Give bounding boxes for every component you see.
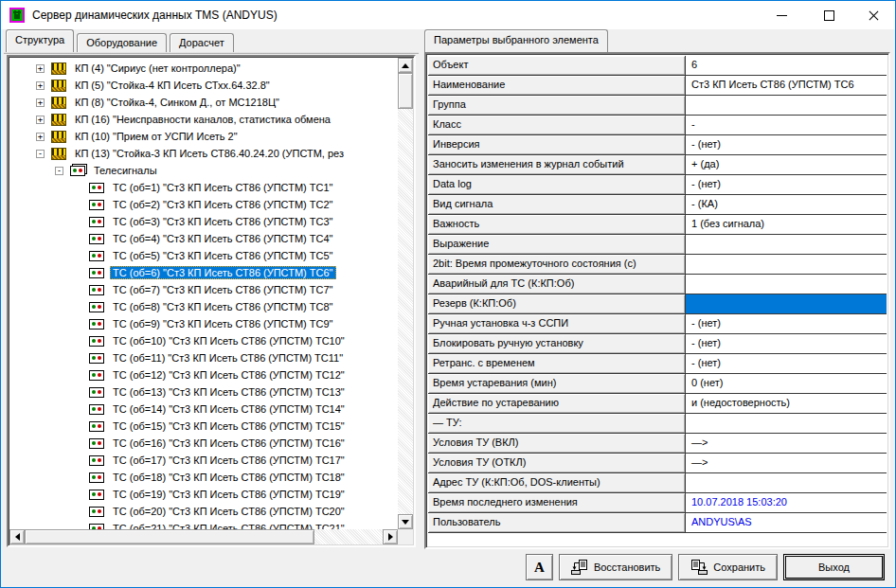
property-row: Блокировать ручную установку- (нет) (428, 334, 887, 354)
property-value[interactable]: - (686, 116, 887, 135)
telesignal-icon (89, 251, 104, 261)
tree-item[interactable]: ТС (об=2) "Ст3 КП Исеть СТ86 (УПСТМ) ТС2… (9, 196, 398, 213)
property-value[interactable] (686, 96, 887, 116)
property-value[interactable]: 0 (нет) (686, 374, 887, 394)
tree-item[interactable]: ТС (об=5) "Ст3 КП Исеть СТ86 (УПСТМ) ТС5… (9, 247, 398, 264)
tree-item-label: Телесигналы (91, 164, 160, 177)
restore-button[interactable]: Восстановить (559, 554, 672, 580)
expand-toggle-icon[interactable]: - (55, 167, 63, 175)
property-value[interactable]: и (недостоверность) (686, 394, 887, 414)
tree-vertical-scrollbar[interactable] (398, 58, 413, 529)
property-value[interactable] (686, 294, 887, 314)
tab-selected-element-params[interactable]: Параметры выбранного элемента (424, 29, 608, 52)
tree-item[interactable]: +КП (10) "Прием от УСПИ Исеть 2" (9, 128, 398, 145)
tree-item[interactable]: +КП (8) "Стойка-4, Синком Д., от МС1218Ц… (9, 94, 398, 111)
expand-toggle-icon[interactable]: + (36, 64, 45, 73)
property-value[interactable] (686, 473, 887, 493)
property-value[interactable] (686, 255, 887, 275)
app-window: Сервер динамических данных TMS (ANDYUS) … (0, 0, 896, 588)
telesignal-icon (89, 387, 104, 398)
property-value[interactable]: Ст3 КП Исеть СТ86 (УПСТМ) ТС6 (686, 76, 887, 96)
property-value[interactable]: —> (686, 434, 887, 454)
tab-structure[interactable]: Структура (6, 29, 74, 52)
tab-equipment[interactable]: Оборудование (77, 33, 167, 52)
tree-item[interactable]: ТС (об=14) "Ст3 КП Исеть СТ86 (УПСТМ) ТС… (9, 401, 398, 418)
tree-item[interactable]: ТС (об=18) "Ст3 КП Исеть СТ86 (УПСТМ) ТС… (9, 469, 398, 486)
property-value[interactable]: 6 (686, 56, 887, 76)
scroll-up-button[interactable] (398, 58, 413, 73)
tree-item[interactable]: -Телесигналы (9, 162, 398, 179)
close-button[interactable] (852, 1, 895, 29)
property-row: Ретранс. с временем- (нет) (428, 354, 887, 374)
tree-item-label: ТС (об=1) "Ст3 КП Исеть СТ86 (УПСТМ) ТС1… (110, 181, 336, 194)
property-value[interactable]: - (нет) (686, 175, 887, 195)
tab-recalc[interactable]: Дорасчет (170, 33, 234, 52)
property-label: Блокировать ручную установку (428, 334, 686, 354)
property-value[interactable]: ANDYUS\AS (686, 513, 887, 533)
property-value[interactable]: - (КА) (686, 195, 887, 215)
property-value[interactable]: - (нет) (686, 354, 887, 374)
minimize-button[interactable] (758, 1, 805, 29)
tree-item[interactable]: ТС (об=19) "Ст3 КП Исеть СТ86 (УПСТМ) ТС… (9, 486, 398, 503)
tree-item[interactable]: ТС (об=10) "Ст3 КП Исеть СТ86 (УПСТМ) ТС… (9, 332, 398, 349)
property-value[interactable] (686, 275, 887, 294)
save-button[interactable]: Сохранить (678, 554, 778, 580)
tree-item[interactable]: -КП (13) "Стойка-3 КП Исеть СТ86.40.24.2… (9, 145, 398, 162)
tree-item[interactable]: +КП (5) "Стойка-4 КП Исеть СТхх.64.32.8" (9, 77, 398, 94)
property-value[interactable]: + (да) (686, 155, 887, 175)
tree-item[interactable]: ТС (об=13) "Ст3 КП Исеть СТ86 (УПСТМ) ТС… (9, 383, 398, 401)
telesignal-icon (89, 217, 104, 227)
tree-item[interactable]: ТС (об=20) "Ст3 КП Исеть СТ86 (УПСТМ) ТС… (9, 503, 398, 520)
tree-item[interactable]: +КП (16) "Неисправности каналов, статист… (9, 111, 398, 128)
property-label: Инверсия (428, 135, 686, 155)
property-row: Время устаревания (мин)0 (нет) (428, 374, 887, 394)
tree-item[interactable]: ТС (об=1) "Ст3 КП Исеть СТ86 (УПСТМ) ТС1… (9, 179, 398, 196)
property-label: — ТУ: (428, 414, 686, 434)
expand-toggle-icon[interactable]: + (36, 133, 45, 141)
property-value[interactable] (686, 235, 887, 255)
scroll-down-button[interactable] (398, 514, 413, 529)
property-label: Адрес ТУ (К:КП:Об, DOS-клиенты) (428, 473, 686, 493)
tree-item[interactable]: ТС (об=4) "Ст3 КП Исеть СТ86 (УПСТМ) ТС4… (9, 230, 398, 247)
tree-item[interactable]: ТС (об=3) "Ст3 КП Исеть СТ86 (УПСТМ) ТС3… (9, 213, 398, 230)
tree-item[interactable]: ТС (об=17) "Ст3 КП Исеть СТ86 (УПСТМ) ТС… (9, 452, 398, 469)
property-label: Ретранс. с временем (428, 354, 686, 374)
tree-item[interactable]: ТС (об=21) "Ст3 КП Исеть СТ86 (УПСТМ) ТС… (9, 520, 398, 529)
property-row: Объект6 (428, 56, 887, 76)
scroll-right-button[interactable] (383, 529, 398, 544)
tree-item[interactable]: ТС (об=8) "Ст3 КП Исеть СТ86 (УПСТМ) ТС8… (9, 298, 398, 315)
tree-item[interactable]: ТС (об=16) "Ст3 КП Исеть СТ86 (УПСТМ) ТС… (9, 435, 398, 452)
property-label: 2bit: Время промежуточного состояния (с) (428, 255, 686, 275)
telesignal-icon (89, 472, 104, 483)
font-button[interactable]: A (526, 554, 553, 580)
tree-item[interactable]: ТС (об=15) "Ст3 КП Исеть СТ86 (УПСТМ) ТС… (9, 418, 398, 435)
telesignal-icon (89, 404, 104, 415)
expand-toggle-icon[interactable]: - (36, 150, 45, 158)
property-value[interactable] (686, 414, 887, 434)
property-value[interactable]: - (нет) (686, 135, 887, 155)
telesignal-icon (89, 336, 104, 347)
expand-toggle-icon[interactable]: + (36, 98, 45, 107)
scroll-left-button[interactable] (9, 529, 25, 544)
tree-item[interactable]: ТС (об=12) "Ст3 КП Исеть СТ86 (УПСТМ) ТС… (9, 366, 398, 383)
property-value[interactable]: 10.07.2018 15:03:20 (686, 493, 887, 513)
tree-item-label: ТС (об=12) "Ст3 КП Исеть СТ86 (УПСТМ) ТС… (110, 368, 348, 382)
tree-item[interactable]: ТС (об=7) "Ст3 КП Исеть СТ86 (УПСТМ) ТС7… (9, 281, 398, 298)
maximize-button[interactable] (805, 1, 852, 29)
property-value[interactable]: - (нет) (686, 314, 887, 334)
vertical-scroll-thumb[interactable] (398, 73, 413, 109)
tree-item[interactable]: ТС (об=9) "Ст3 КП Исеть СТ86 (УПСТМ) ТС9… (9, 315, 398, 332)
tree-item[interactable]: ТС (об=6) "Ст3 КП Исеть СТ86 (УПСТМ) ТС6… (9, 264, 398, 281)
property-value[interactable]: - (нет) (686, 334, 887, 354)
tree-item[interactable]: +КП (4) "Сириус (нет контроллера)" (9, 60, 398, 77)
horizontal-scroll-thumb[interactable] (25, 529, 314, 544)
property-row: Инверсия- (нет) (428, 135, 887, 155)
app-icon (9, 8, 25, 23)
tree-horizontal-scrollbar[interactable] (9, 529, 398, 544)
exit-button[interactable]: Выход (783, 554, 885, 580)
property-value[interactable]: —> (686, 454, 887, 473)
tree-item[interactable]: ТС (об=11) "Ст3 КП Исеть СТ86 (УПСТМ) ТС… (9, 349, 398, 366)
property-value[interactable]: 1 (без сигнала) (686, 215, 887, 235)
expand-toggle-icon[interactable]: + (36, 116, 45, 124)
expand-toggle-icon[interactable]: + (36, 81, 45, 90)
